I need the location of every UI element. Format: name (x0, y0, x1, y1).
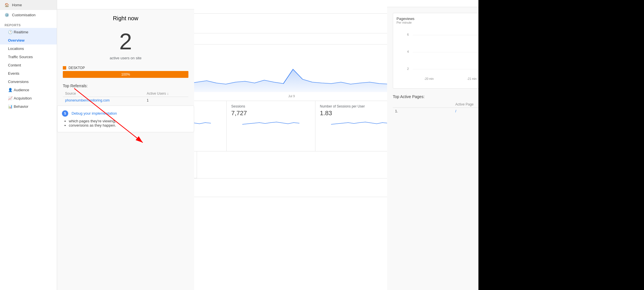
overlay-realtime-label: Realtime (14, 30, 28, 34)
overlay-home-label: Home (12, 3, 22, 7)
overlay-content[interactable]: Content (0, 61, 57, 69)
rt-referral-count: 1 (144, 97, 188, 104)
svg-text:-20 min: -20 min (424, 77, 434, 80)
overlay-main: Right now 2 active users on site DESKTOP… (57, 0, 194, 290)
realtime-content: Right now 2 active users on site DESKTOP… (57, 9, 194, 109)
rt-active-users-header: Active Users ↓ (144, 90, 188, 97)
metric-sessions-name: Sessions (231, 104, 311, 108)
overlay-conversions[interactable]: Conversions (0, 78, 57, 86)
debug-item-2: conversions as they happen. (69, 123, 189, 127)
rt-page-rank: 1. (393, 108, 453, 115)
black-right-cutoff (478, 0, 644, 290)
overlay-acquisition-label: Acquisition (14, 96, 32, 100)
rt-rank-header (393, 101, 453, 108)
overlay-customisation[interactable]: ⚙️ Customisation (0, 10, 57, 20)
overlay-realtime-icon: 🕐 (8, 30, 13, 34)
x-label-jul9: Jul 9 (288, 94, 295, 98)
overlay-behavior-icon: 📊 (8, 104, 13, 109)
rt-big-number: 2 (63, 25, 188, 56)
svg-text:6: 6 (407, 33, 409, 36)
debug-number-badge: 5 (62, 110, 68, 117)
overlay-overview[interactable]: Overview (0, 36, 57, 44)
overlay-locations[interactable]: Locations (0, 44, 57, 53)
metric-sessions-value: 7,727 (231, 109, 311, 117)
device-bar: DESKTOP 100% (63, 66, 188, 78)
overlay-events-label: Events (8, 71, 19, 76)
metric-card-sessions[interactable]: Sessions 7,727 (227, 101, 315, 151)
overlay-acquisition[interactable]: 📈 Acquisition (0, 94, 57, 102)
overlay-main-header (57, 0, 194, 9)
overlay-traffic-sources[interactable]: Traffic Sources (0, 53, 57, 61)
rt-referral-source[interactable]: phonenumbermonitoring.com (65, 98, 110, 102)
rt-source-header: Source (63, 90, 144, 97)
debug-link[interactable]: Debug your implementation (72, 111, 117, 115)
overlay-audience-icon: 👤 (8, 88, 13, 92)
overlay-conversions-label: Conversions (8, 80, 29, 84)
overlay-content-label: Content (8, 63, 21, 67)
overlay-behavior-label: Behavior (14, 104, 28, 109)
overlay-panel: 🏠 Home ⚙️ Customisation REPORTS 🕐 Realti… (0, 0, 194, 290)
overlay-behavior[interactable]: 📊 Behavior (0, 102, 57, 111)
rt-two-col: Top Referrals: Source Active Users ↓ pho… (63, 84, 188, 104)
overlay-home[interactable]: 🏠 Home (0, 0, 57, 10)
rt-referral-row: phonenumbermonitoring.com 1 (63, 97, 188, 104)
overlay-customisation-icon: ⚙️ (5, 13, 9, 17)
svg-text:4: 4 (407, 50, 409, 53)
overlay-sidebar: 🏠 Home ⚙️ Customisation REPORTS 🕐 Realti… (0, 0, 57, 290)
device-label: DESKTOP (63, 66, 188, 70)
svg-text:-21 min: -21 min (467, 77, 476, 80)
overlay-locations-label: Locations (8, 46, 24, 51)
rt-page-link[interactable]: / (455, 109, 456, 113)
overlay-audience-label: Audience (14, 88, 29, 92)
device-bar-track: 100% (63, 71, 188, 78)
overlay-home-icon: 🏠 (5, 3, 9, 7)
rt-active-label: active users on site (63, 56, 188, 60)
debug-list: which pages they're viewing, conversions… (62, 119, 189, 127)
device-type-label: DESKTOP (69, 66, 85, 70)
debug-item-1: which pages they're viewing, (69, 119, 189, 123)
overlay-customisation-label: Customisation (12, 13, 35, 17)
overlay-acquisition-icon: 📈 (8, 96, 13, 100)
rt-title: Right now (63, 15, 188, 22)
rt-referrals-table: Source Active Users ↓ phonenumbermonitor… (63, 90, 188, 104)
svg-text:2: 2 (407, 67, 409, 70)
overlay-events[interactable]: Events (0, 69, 57, 78)
overlay-audience[interactable]: 👤 Audience (0, 86, 57, 94)
debug-panel: 5 Debug your implementation which pages … (57, 106, 194, 132)
overlay-realtime[interactable]: 🕐 Realtime (0, 28, 57, 36)
device-color-indicator (63, 66, 66, 70)
rt-referrals-col: Top Referrals: Source Active Users ↓ pho… (63, 84, 188, 104)
overlay-traffic-sources-label: Traffic Sources (8, 55, 33, 59)
device-pct-label: 100% (121, 72, 130, 76)
overlay-overview-label: Overview (8, 38, 25, 42)
metric-sessions-sparkline (231, 119, 311, 125)
device-bar-fill: 100% (63, 71, 188, 78)
overlay-reports-label: REPORTS (0, 20, 57, 28)
rt-referrals-title: Top Referrals: (63, 84, 188, 88)
